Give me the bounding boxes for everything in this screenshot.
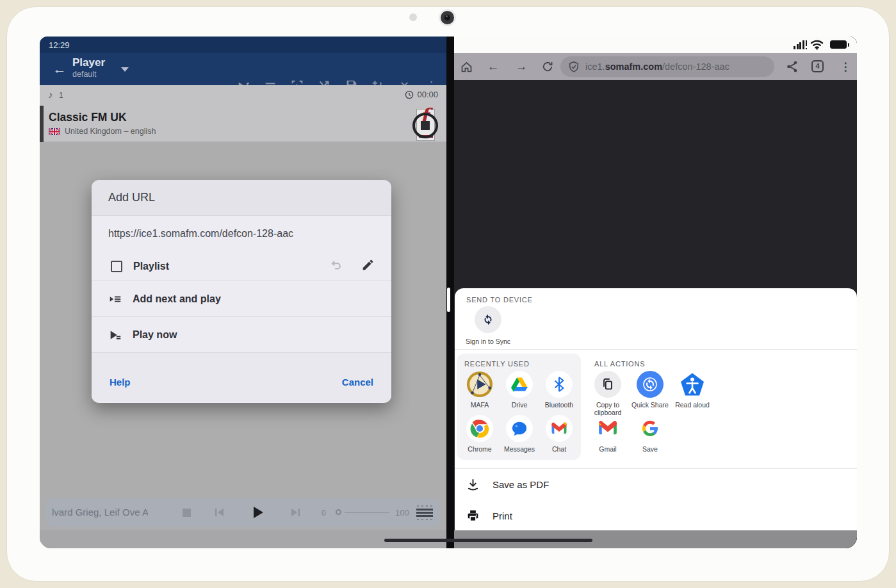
app-item-bluetooth[interactable]: Bluetooth [539,371,579,409]
all-actions-label: ALL ACTIONS [594,360,645,368]
add-url-dialog: Add URL https://ice1.somafm.com/defcon-1… [92,180,391,403]
play-now-icon [108,328,122,342]
sync-label: Sign in to Sync [466,338,510,345]
edit-pencil-icon[interactable] [361,258,375,274]
dialog-title: Add URL [92,180,391,216]
copy-icon [601,377,615,391]
action-copy-to-clipboard[interactable]: Copy to clipboard [587,371,629,416]
playlist-option-row[interactable]: Playlist [92,252,391,281]
wifi-icon [810,40,824,50]
player-app-panel: 12:29 ← Player default [40,37,446,548]
player-title-box[interactable]: Player default [72,56,105,79]
uk-flag-icon [49,128,60,135]
save-as-pdf-row[interactable]: Save as PDF [455,469,857,500]
bluetooth-icon [552,376,566,393]
app-item-chrome[interactable]: Chrome [460,415,500,453]
browser-menu-icon[interactable]: ⋮ [839,53,852,80]
play-now-option[interactable]: Play now [92,317,391,353]
gmail-icon [598,421,618,436]
left-status-bar: 12:29 [40,37,446,53]
equalizer-icon[interactable] [416,505,433,520]
station-name: Classic FM UK [49,111,127,124]
print-icon [466,509,480,523]
stop-button[interactable] [183,509,191,517]
app-item-messages[interactable]: Messages [500,415,539,453]
clock-icon [405,90,414,99]
nav-back-icon[interactable]: ← [485,53,501,80]
station-row[interactable]: Classic FM UK United Kingdom – english f [40,106,446,142]
drive-icon [511,377,528,392]
app-item-chat[interactable]: Chat [539,415,579,453]
camera-lens [441,11,454,24]
current-station-indicator [40,106,44,142]
share-icon[interactable] [784,53,801,80]
reload-icon[interactable] [539,53,556,80]
cancel-button[interactable]: Cancel [342,377,373,388]
nav-forward-icon[interactable]: → [513,53,530,80]
sign-in-to-sync-button[interactable]: Sign in to Sync [461,306,515,345]
volume-min-label: 0 [322,509,326,518]
queue-count: 1 [59,91,63,100]
dialog-url-text[interactable]: https://ice1.somafm.com/defcon-128-aac [92,216,391,252]
help-button[interactable]: Help [110,377,131,388]
clock-time: 12:29 [49,40,70,50]
battery-icon [830,40,847,49]
app-item-drive[interactable]: Drive [500,371,539,409]
app-item-mafa[interactable]: MAFA [460,371,500,409]
action-gmail[interactable]: Gmail [587,415,629,453]
chevron-down-icon[interactable] [121,67,129,72]
download-icon [466,478,480,491]
recently-used-panel: RECENTLY USED MAFA Drive [457,354,581,460]
send-to-device-label: SEND TO DEVICE [466,296,533,304]
home-icon[interactable] [458,53,475,80]
action-save[interactable]: Save [629,415,671,453]
tab-switcher-button[interactable]: 4 [811,60,824,72]
back-arrow-icon[interactable]: ← [51,61,68,78]
station-country: United Kingdom – english [65,127,156,136]
stop-playback-overlay-icon[interactable] [412,113,438,138]
gesture-navigation-bar[interactable] [384,539,592,542]
add-next-and-play-option[interactable]: Add next and play [92,281,391,317]
next-button[interactable] [289,507,301,520]
play-button[interactable] [252,506,264,521]
quick-share-icon [642,377,658,392]
playlist-checkbox[interactable] [111,261,122,272]
google-g-icon [640,419,660,438]
split-divider-handle[interactable] [447,288,450,312]
undo-icon[interactable] [328,258,343,275]
url-text: ice1.somafm.com/defcon-128-aac [585,61,729,72]
action-read-aloud[interactable]: Read aloud [671,371,713,416]
recently-used-label: RECENTLY USED [464,360,530,368]
volume-slider-track[interactable] [345,512,389,513]
volume-slider-knob[interactable] [336,509,341,515]
player-subtitle: default [72,69,105,79]
chrome-icon [470,419,489,438]
page-title: Player [72,56,105,69]
mafa-app-icon [466,371,493,398]
browser-panel: ← → ice1.somafm.com/defcon-128-aac 4 ⋮ S… [454,37,857,548]
cell-signal-icon [794,40,808,49]
playlist-label: Playlist [133,261,169,272]
mini-player-bar: lvard Grieg, Leif Ove Andsn 0 100 [46,498,441,527]
music-note-icon: ♪ [48,89,53,100]
action-quick-share[interactable]: Quick Share [629,371,671,416]
station-logo: f [416,109,435,141]
elapsed-time: 00:00 [417,90,438,99]
print-row[interactable]: Print [455,500,857,531]
chat-icon [551,422,567,436]
queue-meta-row: ♪ 1 00:00 [40,85,446,106]
right-status-bar [454,37,857,53]
read-aloud-icon [680,372,705,396]
print-label: Print [493,510,512,521]
save-as-pdf-label: Save as PDF [493,479,549,490]
site-security-shield-icon[interactable] [568,61,580,73]
player-app-bar: ← Player default [40,53,446,85]
messages-icon [511,421,528,436]
share-sheet: SEND TO DEVICE Sign in to Sync RECENTLY … [455,288,857,530]
url-bar[interactable]: ice1.somafm.com/defcon-128-aac [560,56,774,77]
screen: 12:29 ← Player default [40,37,857,548]
chrome-toolbar: ← → ice1.somafm.com/defcon-128-aac 4 ⋮ [454,53,857,80]
add-next-icon [108,292,122,306]
sheet-divider [455,349,857,350]
previous-button[interactable] [214,507,225,520]
